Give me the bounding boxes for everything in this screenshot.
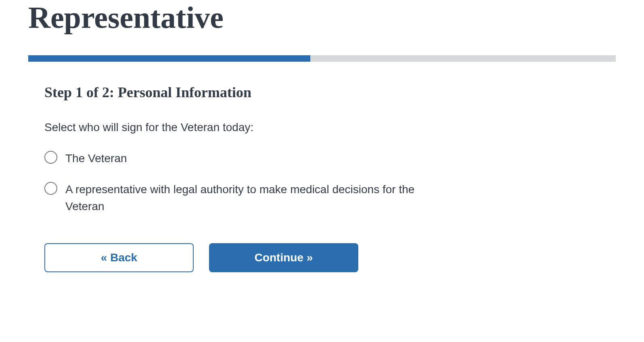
page-title: Representative [28, 0, 616, 35]
back-button[interactable]: « Back [44, 243, 194, 272]
radio-option-veteran[interactable]: The Veteran [44, 150, 600, 167]
continue-button[interactable]: Continue » [209, 243, 358, 272]
form-content: Step 1 of 2: Personal Information Select… [28, 84, 616, 272]
radio-icon [44, 151, 57, 164]
radio-label: The Veteran [65, 150, 127, 167]
step-heading: Step 1 of 2: Personal Information [44, 84, 600, 101]
progress-bar [28, 55, 616, 62]
button-row: « Back Continue » [44, 243, 600, 272]
radio-label: A representative with legal authority to… [65, 181, 429, 215]
radio-icon [44, 182, 57, 195]
radio-group: The Veteran A representative with legal … [44, 150, 600, 215]
radio-option-representative[interactable]: A representative with legal authority to… [44, 181, 600, 215]
question-text: Select who will sign for the Veteran tod… [44, 121, 600, 134]
progress-fill [28, 55, 310, 62]
